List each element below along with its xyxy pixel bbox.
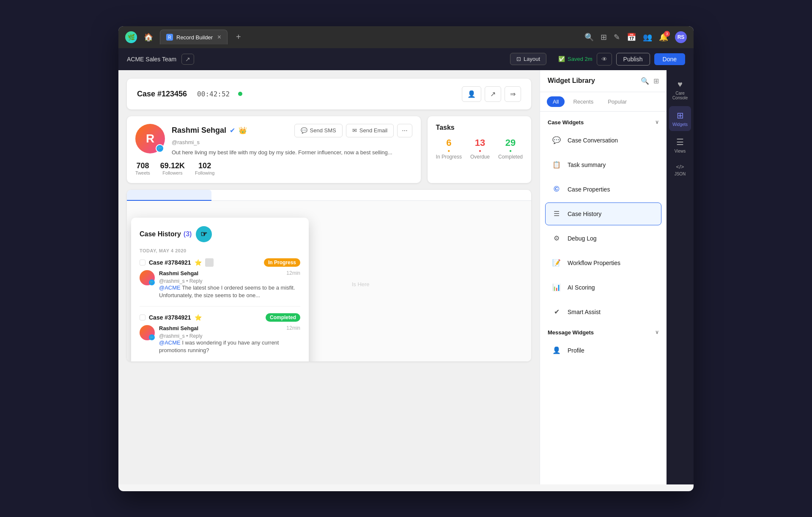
smart-assist-icon: ✔ xyxy=(550,305,563,319)
case-widgets-chevron[interactable]: ∨ xyxy=(655,119,659,125)
send-email-button[interactable]: ✉ Send Email xyxy=(346,124,394,137)
case-history-popup: Case History (3) ☞ TODAY, MAY 4 2020 Cas… xyxy=(131,218,309,361)
user-avatar[interactable]: RS xyxy=(675,31,687,43)
widget-profile[interactable]: 👤 Profile xyxy=(545,339,661,362)
tab-1[interactable] xyxy=(127,190,211,201)
tab-2[interactable] xyxy=(211,190,296,201)
close-tab-button[interactable]: × xyxy=(217,33,221,41)
case-header-card: Case #123456 00:42:52 👤 ↗ ⇒ xyxy=(127,79,531,109)
browser-tab[interactable]: R Record Builder × xyxy=(160,30,228,44)
filter-tabs: All Recents Popular xyxy=(540,92,667,112)
case-properties-label: Case Properties xyxy=(568,186,610,193)
json-label: JSON xyxy=(675,172,686,176)
overdue-count: 13 xyxy=(470,137,490,148)
debug-log-label: Debug Log xyxy=(568,235,597,242)
profile-top: R 🐦 Rashmi Sehgal ✔ 👑 💬 xyxy=(135,124,412,156)
case-count-badge: (3) xyxy=(184,230,192,238)
message-widgets-chevron[interactable]: ∨ xyxy=(655,329,659,335)
tabs-header xyxy=(127,190,531,201)
filter-all[interactable]: All xyxy=(547,96,565,107)
tab-favicon: R xyxy=(166,34,173,41)
widget-library-title: Widget Library xyxy=(548,77,595,85)
route-button[interactable]: ⇒ xyxy=(505,86,521,102)
message-top-row-1: Rashmi Sehgal 12min xyxy=(159,270,300,276)
publish-button[interactable]: Publish xyxy=(616,53,650,66)
widget-ai-scoring[interactable]: 📊 AI Scoring xyxy=(545,276,661,299)
case-id-2: Case #3784921 xyxy=(149,314,191,321)
calendar-icon[interactable]: 📅 xyxy=(627,33,636,42)
care-console-label: Care Console xyxy=(671,91,689,100)
workflow-properties-label: Workflow Properties xyxy=(568,260,620,266)
widgets-list: Case Widgets ∨ 💬 Case Conversation 📋 Tas… xyxy=(540,112,667,484)
care-console-panel-item[interactable]: ♥ Care Console xyxy=(669,75,691,104)
case-status-2: Completed xyxy=(266,313,300,322)
ai-scoring-label: AI Scoring xyxy=(568,284,595,291)
case-conversation-label: Case Conversation xyxy=(568,137,618,144)
assign-button[interactable]: 👤 xyxy=(462,86,481,102)
case-item-1: Case #3784921 ⭐ In Progress 🐦 xyxy=(140,258,300,306)
widget-case-history[interactable]: ☰ Case History xyxy=(545,202,661,225)
widget-workflow-properties[interactable]: 📝 Workflow Properties xyxy=(545,252,661,274)
send-sms-button[interactable]: 💬 Send SMS xyxy=(294,124,343,137)
reply-label-1: Reply xyxy=(189,278,203,284)
completed-count: 29 xyxy=(498,137,523,148)
tweets-label: Tweets xyxy=(135,170,150,175)
notification-icon[interactable]: 🔔 3 xyxy=(659,33,668,42)
widget-search-icon[interactable]: 🔍 xyxy=(641,77,649,85)
widget-smart-assist[interactable]: ✔ Smart Assist xyxy=(545,301,661,323)
share-button[interactable]: ↗ xyxy=(181,54,194,65)
message-text-2: @ACME I was wondering if you have any cu… xyxy=(159,339,300,354)
message-content-2: Rashmi Sehgal 12min @rashmi_s • Reply xyxy=(159,325,300,354)
case-number: Case #123456 xyxy=(137,90,187,98)
tasks-title: Tasks xyxy=(436,124,523,131)
case-checkbox-2[interactable] xyxy=(140,315,145,320)
filter-recents[interactable]: Recents xyxy=(567,96,599,107)
widgets-panel-item[interactable]: ⊞ Widgets xyxy=(669,106,691,131)
tweets-count: 708 xyxy=(135,161,150,170)
profile-stats: 708 Tweets 69.12K Followers 102 Followin… xyxy=(135,161,412,175)
views-panel-item[interactable]: ☰ Views xyxy=(669,133,691,158)
widget-grid-icon[interactable]: ⊞ xyxy=(653,77,659,85)
done-button[interactable]: Done xyxy=(654,53,685,65)
message-sender-1: Rashmi Sehgal xyxy=(159,270,198,276)
message-widgets-section-title: Message Widgets ∨ xyxy=(545,325,661,339)
ai-scoring-icon: 📊 xyxy=(550,281,563,294)
team-name: ACME Sales Team xyxy=(127,56,176,63)
followers-stat: 69.12K Followers xyxy=(160,161,185,175)
users-icon[interactable]: 👥 xyxy=(643,33,652,42)
in-progress-label: In Progress xyxy=(436,154,462,160)
widget-library-header: Widget Library 🔍 ⊞ xyxy=(540,70,667,92)
layout-button[interactable]: ⊡ Layout xyxy=(510,53,546,65)
preview-button[interactable]: 👁 xyxy=(597,53,612,66)
widget-library-header-icons: 🔍 ⊞ xyxy=(641,77,659,85)
more-options-button[interactable]: ··· xyxy=(397,124,412,137)
handle-text-1: @rashmi_s xyxy=(159,278,185,284)
edit-icon[interactable]: ✎ xyxy=(614,33,620,42)
forward-button[interactable]: ↗ xyxy=(485,86,501,102)
case-checkbox-1[interactable] xyxy=(140,260,145,265)
home-button[interactable]: 🏠 xyxy=(142,31,155,44)
tabs-content: Is Here Case History (3) ☞ TODAY, MAY 4 … xyxy=(127,201,531,361)
case-history-icon: ☰ xyxy=(550,207,563,221)
search-icon[interactable]: 🔍 xyxy=(584,33,594,42)
views-label: Views xyxy=(675,149,686,153)
widget-case-conversation[interactable]: 💬 Case Conversation xyxy=(545,129,661,152)
add-tab-button[interactable]: + xyxy=(233,30,244,44)
placeholder-text: Is Here xyxy=(352,281,370,287)
widget-debug-log[interactable]: ⚙ Debug Log xyxy=(545,227,661,250)
profile-action-buttons: 💬 Send SMS ✉ Send Email ··· xyxy=(294,124,412,137)
task-summary-icon: 📋 xyxy=(550,158,563,172)
case-star-2: ⭐ xyxy=(195,314,202,321)
widget-case-properties[interactable]: © Case Properties xyxy=(545,178,661,201)
case-properties-icon: © xyxy=(550,183,563,196)
sms-icon: 💬 xyxy=(301,127,307,134)
message-time-1: 12min xyxy=(286,270,300,276)
json-panel-item[interactable]: </> JSON xyxy=(669,159,691,181)
mention-1: @ACME xyxy=(159,284,181,291)
apps-icon[interactable]: ⊞ xyxy=(601,33,607,42)
widget-task-summary[interactable]: 📋 Task summary xyxy=(545,153,661,176)
care-console-icon: ♥ xyxy=(678,79,683,89)
case-message-row-2: 🐦 Rashmi Sehgal 12min @rashmi_s xyxy=(140,325,300,354)
filter-popular[interactable]: Popular xyxy=(602,96,633,107)
center-panel: Case #123456 00:42:52 👤 ↗ ⇒ R 🐦 xyxy=(118,70,540,484)
